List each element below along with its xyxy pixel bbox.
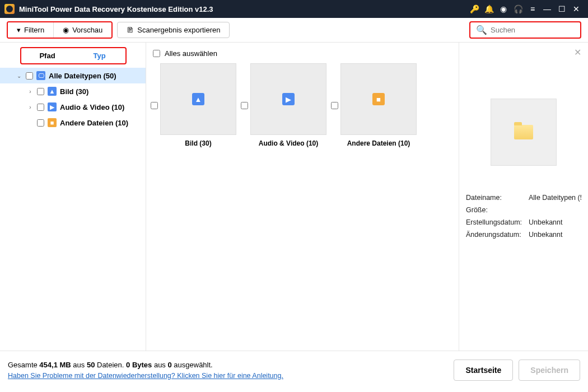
tab-path[interactable]: Pfad xyxy=(21,48,73,63)
image-icon: ▲ xyxy=(192,93,204,105)
meta-key-created: Erstellungsdatum: xyxy=(466,218,529,226)
app-logo-icon xyxy=(4,4,15,14)
meta-val-modified: Unbekannt xyxy=(529,231,581,239)
filter-button[interactable]: ▾ Filtern xyxy=(8,22,54,38)
image-icon: ▲ xyxy=(48,87,57,96)
folder-icon: ■ xyxy=(48,118,57,127)
checkbox-other[interactable] xyxy=(37,119,44,127)
eye-icon: ◉ xyxy=(63,26,69,34)
tile-caption: Bild (30) xyxy=(160,139,236,147)
monitor-icon: 🖵 xyxy=(36,71,45,80)
sidebar: Pfad Typ ⌄ 🖵 Alle Dateitypen (50) › ▲ Bi… xyxy=(0,43,146,351)
summary-text: ausgewählt. xyxy=(172,361,213,369)
summary-files: 50 xyxy=(87,361,95,369)
titlebar: MiniTool Power Data Recovery Kostenlose … xyxy=(0,0,588,18)
summary-text: aus xyxy=(71,361,87,369)
export-button[interactable]: 🖹 Scanergebnis exportieren xyxy=(117,22,230,38)
preview-thumbnail xyxy=(491,99,557,166)
video-icon: ▶ xyxy=(48,102,57,111)
bell-icon[interactable]: 🔔 xyxy=(482,4,496,13)
maximize-icon[interactable]: ☐ xyxy=(554,4,569,13)
content-panel: Alles auswählen ▲ Bild (30) ▶ Audio & Vi… xyxy=(146,43,459,351)
menu-icon[interactable]: ≡ xyxy=(525,4,540,13)
summary-selected-bytes: 0 Bytes xyxy=(126,361,152,369)
window-title: MiniTool Power Data Recovery Kostenlose … xyxy=(19,5,213,13)
tile-checkbox[interactable] xyxy=(331,102,338,109)
meta-val-filename: Alle Dateitypen (50) xyxy=(529,194,581,202)
chevron-right-icon[interactable]: › xyxy=(27,88,34,95)
summary-selected-count: 0 xyxy=(167,361,171,369)
chevron-right-icon[interactable]: › xyxy=(27,104,34,110)
tile-caption: Audio & Video (10) xyxy=(250,139,326,147)
select-all-row: Alles auswählen xyxy=(146,47,459,63)
select-all-label: Alles auswählen xyxy=(165,49,217,58)
metadata: Dateiname:Alle Dateitypen (50) Größe: Er… xyxy=(466,194,581,239)
checkbox-image[interactable] xyxy=(37,88,44,95)
select-all-checkbox[interactable] xyxy=(153,50,160,57)
tree-item-all[interactable]: ⌄ 🖵 Alle Dateitypen (50) xyxy=(0,68,146,83)
chevron-down-icon[interactable]: ⌄ xyxy=(16,73,22,79)
tile-item[interactable]: ▲ Bild (30) xyxy=(151,63,236,147)
tree-label-av: Audio & Video (10) xyxy=(60,103,124,111)
tree-label-other: Andere Dateien (10) xyxy=(60,119,128,127)
tab-type[interactable]: Typ xyxy=(73,48,125,63)
folder-icon xyxy=(514,125,533,139)
meta-val-size xyxy=(529,206,581,214)
summary-text: aus xyxy=(152,361,167,369)
funnel-icon: ▾ xyxy=(17,26,21,34)
minimize-icon[interactable]: — xyxy=(540,4,554,13)
search-icon: 🔍 xyxy=(476,25,487,35)
tile-item[interactable]: ■ Andere Dateien (10) xyxy=(331,63,417,147)
file-type-tree: ⌄ 🖵 Alle Dateitypen (50) › ▲ Bild (30) ›… xyxy=(0,68,146,130)
summary-total: 454,1 MB xyxy=(39,361,71,369)
meta-key-size: Größe: xyxy=(466,206,529,214)
footer-info: Gesamte 454,1 MB aus 50 Dateien. 0 Bytes… xyxy=(8,361,283,380)
filter-label: Filtern xyxy=(24,26,44,34)
tile-checkbox[interactable] xyxy=(151,102,158,109)
main-area: Pfad Typ ⌄ 🖵 Alle Dateitypen (50) › ▲ Bi… xyxy=(0,43,588,351)
meta-key-filename: Dateiname: xyxy=(466,194,529,202)
toolbar: ▾ Filtern ◉ Vorschau 🖹 Scanergebnis expo… xyxy=(0,18,588,43)
summary-line: Gesamte 454,1 MB aus 50 Dateien. 0 Bytes… xyxy=(8,361,283,369)
summary-text: Dateien. xyxy=(95,361,126,369)
checkbox-all[interactable] xyxy=(26,72,33,80)
footer: Gesamte 454,1 MB aus 50 Dateien. 0 Bytes… xyxy=(0,351,588,389)
disc-icon[interactable]: ◉ xyxy=(496,4,511,13)
sidebar-tabs: Pfad Typ xyxy=(20,47,127,64)
headset-icon[interactable]: 🎧 xyxy=(511,4,525,13)
search-box[interactable]: 🔍 xyxy=(469,21,581,39)
tile-caption: Andere Dateien (10) xyxy=(340,139,417,147)
meta-key-modified: Änderungsdatum: xyxy=(466,231,529,239)
save-button[interactable]: Speichern xyxy=(519,360,580,381)
tile-checkbox[interactable] xyxy=(241,102,248,109)
video-icon: ▶ xyxy=(282,93,295,105)
tile-thumb[interactable]: ▲ xyxy=(160,63,236,135)
tree-item-image[interactable]: › ▲ Bild (30) xyxy=(0,83,146,99)
tile-grid: ▲ Bild (30) ▶ Audio & Video (10) ■ Ander… xyxy=(146,63,459,147)
folder-icon: ■ xyxy=(372,93,385,105)
filter-preview-group: ▾ Filtern ◉ Vorschau xyxy=(7,21,113,39)
export-label: Scanergebnis exportieren xyxy=(137,26,220,34)
tree-label-image: Bild (30) xyxy=(60,87,88,96)
close-panel-icon[interactable]: ✕ xyxy=(574,47,581,58)
tree-item-av[interactable]: › ▶ Audio & Video (10) xyxy=(0,99,146,115)
home-button[interactable]: Startseite xyxy=(454,360,513,381)
tile-item[interactable]: ▶ Audio & Video (10) xyxy=(241,63,326,147)
close-icon[interactable]: ✕ xyxy=(569,4,584,13)
key-icon[interactable]: 🔑 xyxy=(467,4,482,13)
tree-item-other[interactable]: ■ Andere Dateien (10) xyxy=(0,115,146,130)
search-input[interactable] xyxy=(491,26,585,34)
tree-label-all: Alle Dateitypen (50) xyxy=(49,72,116,80)
details-panel: ✕ Dateiname:Alle Dateitypen (50) Größe: … xyxy=(459,43,588,351)
tile-thumb[interactable]: ■ xyxy=(340,63,417,135)
help-link[interactable]: Haben Sie Probleme mit der Datenwiederhe… xyxy=(8,372,283,380)
checkbox-av[interactable] xyxy=(37,104,44,111)
preview-label: Vorschau xyxy=(72,26,102,34)
meta-val-created: Unbekannt xyxy=(529,218,581,226)
preview-button[interactable]: ◉ Vorschau xyxy=(54,22,111,38)
summary-text: Gesamte xyxy=(8,361,39,369)
tile-thumb[interactable]: ▶ xyxy=(250,63,326,135)
export-icon: 🖹 xyxy=(127,26,134,34)
